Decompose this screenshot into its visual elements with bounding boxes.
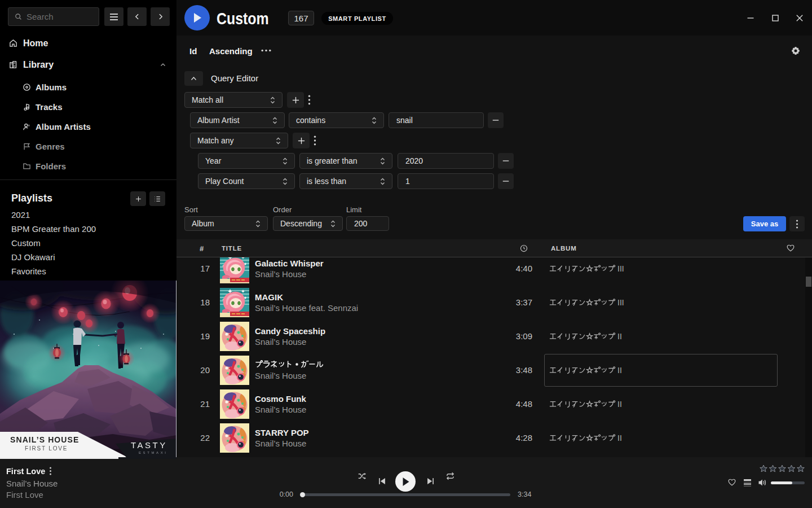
svg-text:TASTY: TASTY: [131, 440, 167, 450]
svg-text:ESTMAXI: ESTMAXI: [139, 451, 168, 454]
svg-text:SNAIL’S HOUSE: SNAIL’S HOUSE: [10, 435, 79, 444]
svg-text:FIRST LOVE: FIRST LOVE: [25, 445, 68, 452]
